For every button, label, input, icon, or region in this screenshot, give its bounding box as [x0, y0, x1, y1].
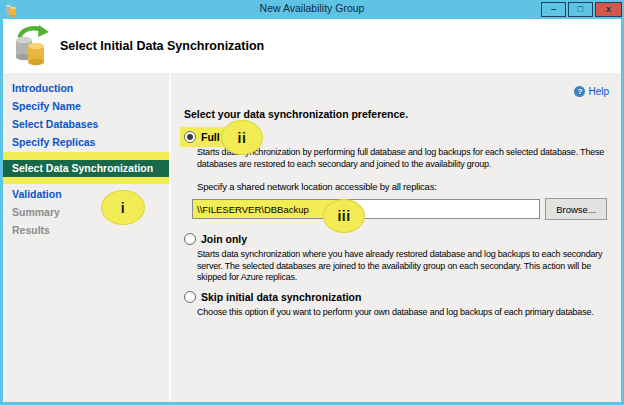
dialog-frame: Select Initial Data Synchronization Intr… [3, 19, 621, 402]
dialog-body: Introduction Specify Name Select Databas… [3, 73, 621, 402]
join-only-radio-label[interactable]: Join only [201, 233, 247, 245]
skip-sync-description: Choose this option if you want to perfor… [197, 307, 609, 319]
help-link[interactable]: ? Help [574, 86, 609, 97]
sidebar-item-introduction[interactable]: Introduction [3, 79, 169, 97]
join-only-description: Starts data synchronization where you ha… [197, 249, 609, 284]
maximize-button[interactable]: □ [568, 2, 593, 17]
titlebar[interactable]: New Availability Group – □ x [0, 0, 624, 19]
sidebar-item-validation[interactable]: Validation [3, 185, 169, 203]
sidebar-highlight-band: Select Data Synchronization [3, 152, 169, 184]
sidebar-item-specify-replicas[interactable]: Specify Replicas [3, 133, 169, 151]
help-icon: ? [574, 86, 585, 97]
join-only-radio[interactable] [184, 233, 196, 245]
share-location-label: Specify a shared network location access… [197, 181, 609, 192]
new-availability-group-window: New Availability Group – □ x [0, 0, 624, 405]
close-button[interactable]: x [595, 2, 622, 17]
wizard-steps-sidebar: Introduction Specify Name Select Databas… [3, 73, 169, 402]
annotation-circle-i: i [101, 190, 145, 225]
sidebar-item-select-databases[interactable]: Select Databases [3, 115, 169, 133]
annotation-circle-iii: iii [323, 199, 365, 233]
wizard-header: Select Initial Data Synchronization [3, 19, 621, 73]
window-title: New Availability Group [0, 2, 624, 14]
annotation-circle-ii: ii [221, 120, 263, 155]
window-controls: – □ x [539, 2, 622, 17]
full-description: Starts data synchronization by performin… [197, 147, 609, 170]
share-location-input[interactable] [192, 199, 540, 219]
sidebar-item-specify-name[interactable]: Specify Name [3, 97, 169, 115]
database-sync-icon [13, 24, 51, 71]
sidebar-item-results: Results [3, 221, 169, 239]
browse-button[interactable]: Browse... [545, 198, 607, 220]
skip-sync-radio-label[interactable]: Skip initial data synchronization [201, 291, 361, 303]
minimize-button[interactable]: – [541, 2, 566, 17]
full-radio-label[interactable]: Full [201, 131, 220, 143]
page-title: Select Initial Data Synchronization [60, 39, 264, 53]
skip-sync-radio[interactable] [184, 291, 196, 303]
full-radio[interactable] [184, 131, 196, 143]
preference-heading: Select your data synchronization prefere… [184, 108, 609, 120]
help-label: Help [588, 86, 609, 97]
sidebar-item-select-data-synchronization[interactable]: Select Data Synchronization [3, 160, 169, 177]
